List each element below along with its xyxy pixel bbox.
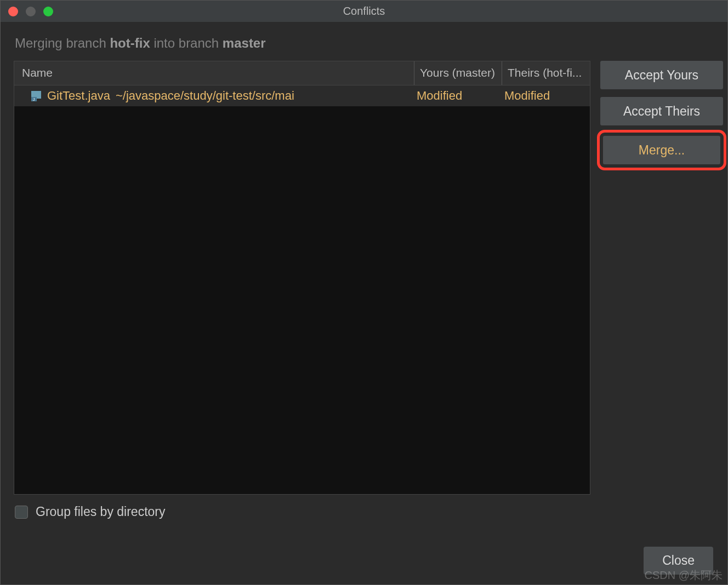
- titlebar: Conflicts: [1, 1, 727, 22]
- action-buttons-panel: Accept Yours Accept Theirs Merge...: [590, 61, 727, 495]
- conflicts-dialog: Conflicts Merging branch hot-fix into br…: [0, 0, 728, 585]
- close-window-button[interactable]: [8, 7, 18, 16]
- merge-button-highlight: Merge...: [597, 130, 726, 170]
- column-header-yours[interactable]: Yours (master): [414, 61, 502, 85]
- target-branch: master: [223, 36, 266, 50]
- accept-theirs-button[interactable]: Accept Theirs: [600, 97, 723, 125]
- svg-text:J: J: [33, 97, 35, 101]
- yours-status: Modified: [414, 89, 502, 103]
- table-body: J GitTest.java ~/javaspace/study/git-tes…: [14, 85, 590, 494]
- java-file-icon: J: [30, 89, 43, 102]
- merge-middle: into branch: [150, 36, 223, 50]
- column-header-name[interactable]: Name: [14, 61, 414, 85]
- merge-description: Merging branch hot-fix into branch maste…: [1, 22, 727, 61]
- minimize-window-button[interactable]: [26, 7, 36, 16]
- merge-button[interactable]: Merge...: [603, 136, 720, 164]
- window-title: Conflicts: [343, 5, 385, 18]
- main-area: Name Yours (master) Theirs (hot-fi... J …: [1, 61, 727, 495]
- conflicts-table: Name Yours (master) Theirs (hot-fi... J …: [14, 61, 590, 495]
- bottom-options: Group files by directory: [1, 495, 727, 525]
- dialog-footer: Close: [1, 525, 727, 584]
- accept-yours-button[interactable]: Accept Yours: [600, 61, 723, 89]
- table-row[interactable]: J GitTest.java ~/javaspace/study/git-tes…: [14, 85, 590, 106]
- file-path: ~/javaspace/study/git-test/src/mai: [116, 89, 294, 103]
- theirs-status: Modified: [502, 89, 590, 103]
- source-branch: hot-fix: [110, 36, 150, 50]
- file-cell: J GitTest.java ~/javaspace/study/git-tes…: [14, 89, 414, 103]
- content-area: Merging branch hot-fix into branch maste…: [1, 22, 727, 584]
- file-name: GitTest.java: [47, 89, 110, 103]
- group-files-option[interactable]: Group files by directory: [15, 504, 713, 519]
- merge-prefix: Merging branch: [15, 36, 110, 50]
- traffic-lights: [8, 7, 53, 16]
- group-files-checkbox[interactable]: [15, 506, 28, 519]
- group-files-label: Group files by directory: [36, 504, 165, 519]
- column-header-theirs[interactable]: Theirs (hot-fi...: [502, 61, 590, 85]
- close-button[interactable]: Close: [644, 547, 713, 575]
- table-header: Name Yours (master) Theirs (hot-fi...: [14, 61, 590, 85]
- maximize-window-button[interactable]: [43, 7, 53, 16]
